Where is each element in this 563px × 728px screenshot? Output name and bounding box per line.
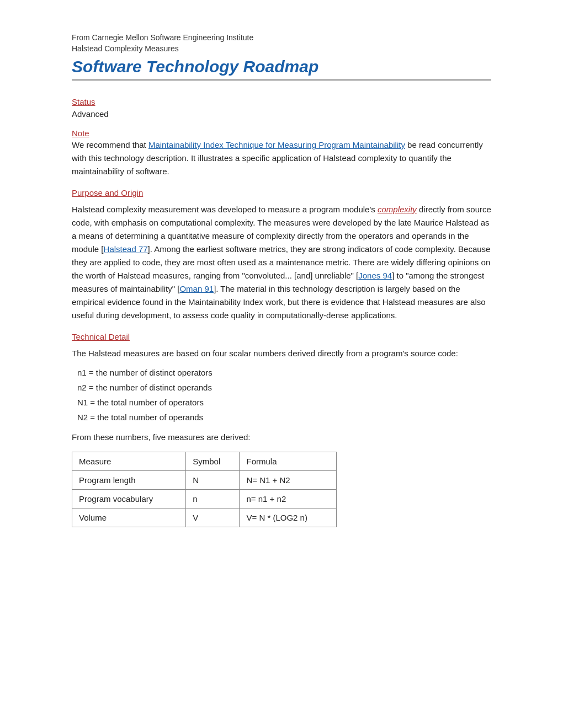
status-section: Status Advanced [72, 97, 491, 119]
page-title: Software Technology Roadmap [72, 57, 491, 81]
def-N2: N2 = the total number of operands [72, 413, 491, 422]
def-n2-var: n2 [77, 383, 87, 392]
def-N2-var: N2 [77, 413, 88, 422]
status-heading-link[interactable]: Status [72, 97, 95, 106]
halstead-ref-link[interactable]: Halstead 77 [104, 244, 148, 254]
note-paragraph: We recommend that Maintainability Index … [72, 138, 491, 178]
purpose-paragraph: Halstead complexity measurement was deve… [72, 203, 491, 322]
table-cell-measure-3: Volume [72, 508, 186, 527]
oman-ref-link[interactable]: Oman 91 [179, 284, 214, 293]
note-section: Note We recommend that Maintainability I… [72, 129, 491, 178]
complexity-link[interactable]: complexity [378, 205, 417, 214]
table-cell-symbol-1: N [186, 471, 240, 490]
table-cell-measure-1: Program length [72, 471, 186, 490]
subtitle-text: Halstead Complexity Measures [72, 44, 491, 53]
table-cell-symbol-2: n [186, 490, 240, 508]
technical-intro: The Halstead measures are based on four … [72, 347, 491, 360]
table-header-formula: Formula [240, 452, 337, 471]
purpose-section: Purpose and Origin Halstead complexity m… [72, 188, 491, 322]
table-header-measure: Measure [72, 452, 186, 471]
derived-intro: From these numbers, five measures are de… [72, 431, 491, 444]
table-row: Program length N N= N1 + N2 [72, 471, 337, 490]
table-cell-formula-1: N= N1 + N2 [240, 471, 337, 490]
source-text: From Carnegie Mellon Software Engineerin… [72, 33, 491, 42]
note-heading-link[interactable]: Note [72, 129, 89, 138]
technical-heading-link[interactable]: Technical Detail [72, 332, 130, 341]
def-n1: n1 = the number of distinct operators [72, 368, 491, 377]
def-N2-desc: = the total number of operands [88, 413, 203, 422]
def-n2-desc: = the number of distinct operands [87, 383, 212, 392]
note-text-before: We recommend that [72, 140, 148, 149]
status-value: Advanced [72, 109, 491, 119]
table-row: Volume V V= N * (LOG2 n) [72, 508, 337, 527]
table-cell-symbol-3: V [186, 508, 240, 527]
def-N1-var: N1 [77, 398, 88, 407]
purpose-text-1: Halstead complexity measurement was deve… [72, 205, 378, 214]
maintainability-link[interactable]: Maintainability Index Technique for Meas… [148, 140, 405, 149]
technical-section: Technical Detail The Halstead measures a… [72, 332, 491, 527]
def-N1: N1 = the total number of operators [72, 398, 491, 407]
table-cell-formula-3: V= N * (LOG2 n) [240, 508, 337, 527]
def-N1-desc: = the total number of operators [88, 398, 204, 407]
table-cell-measure-2: Program vocabulary [72, 490, 186, 508]
measures-table: Measure Symbol Formula Program length N … [72, 452, 337, 527]
table-cell-formula-2: n= n1 + n2 [240, 490, 337, 508]
def-n1-var: n1 [77, 368, 87, 377]
table-header-symbol: Symbol [186, 452, 240, 471]
table-header-row: Measure Symbol Formula [72, 452, 337, 471]
jones-ref-link[interactable]: Jones 94 [358, 271, 392, 280]
purpose-heading-link[interactable]: Purpose and Origin [72, 188, 143, 197]
def-n1-desc: = the number of distinct operators [87, 368, 213, 377]
def-n2: n2 = the number of distinct operands [72, 383, 491, 392]
table-row: Program vocabulary n n= n1 + n2 [72, 490, 337, 508]
